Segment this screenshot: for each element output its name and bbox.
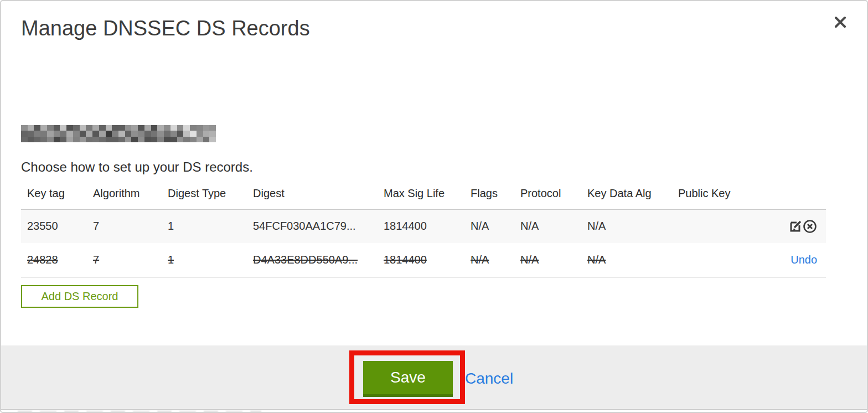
column-header-digest: Digest bbox=[247, 184, 378, 209]
cell-digest-type: 1 bbox=[168, 254, 174, 266]
table-header-row: Key tag Algorithm Digest Type Digest Max… bbox=[21, 184, 826, 209]
cell-digest: D4A33E8DD550A9... bbox=[253, 254, 358, 266]
column-header-key-data-alg: Key Data Alg bbox=[581, 184, 672, 209]
table-row: 23550 7 1 54FCF030AA1C79... 1814400 N/A … bbox=[21, 209, 826, 243]
cell-flags: N/A bbox=[471, 254, 489, 266]
page-title: Manage DNSSEC DS Records bbox=[21, 17, 310, 40]
cell-key-tag: 23550 bbox=[27, 220, 58, 232]
cell-protocol: N/A bbox=[520, 254, 539, 266]
cell-key-tag: 24828 bbox=[27, 254, 58, 266]
undo-link[interactable]: Undo bbox=[790, 254, 817, 266]
ds-records-table: Key tag Algorithm Digest Type Digest Max… bbox=[21, 184, 826, 277]
delete-record-icon bbox=[803, 221, 817, 230]
dnssec-dialog: Manage DNSSEC DS Records Choose how to s… bbox=[0, 0, 868, 413]
cell-digest-type: 1 bbox=[168, 220, 174, 232]
table-row-deleted: 24828 7 1 D4A33E8DD550A9... 1814400 N/A … bbox=[21, 243, 826, 277]
edit-record-button[interactable] bbox=[789, 219, 803, 233]
cancel-link[interactable]: Cancel bbox=[465, 370, 513, 388]
cell-digest: 54FCF030AA1C79... bbox=[253, 220, 356, 232]
column-header-key-tag: Key tag bbox=[21, 184, 87, 209]
cell-protocol: N/A bbox=[520, 220, 539, 232]
background-page-remnant bbox=[18, 411, 261, 413]
cell-flags: N/A bbox=[471, 220, 489, 232]
column-header-digest-type: Digest Type bbox=[162, 184, 247, 209]
cell-algorithm: 7 bbox=[93, 220, 99, 232]
cell-key-data-alg: N/A bbox=[587, 254, 606, 266]
close-icon bbox=[833, 23, 848, 32]
cell-max-sig-life: 1814400 bbox=[384, 220, 427, 232]
add-ds-record-button[interactable]: Add DS Record bbox=[21, 285, 138, 308]
edit-record-icon bbox=[789, 221, 803, 230]
column-header-public-key: Public Key bbox=[672, 184, 738, 209]
cell-algorithm: 7 bbox=[93, 254, 99, 266]
intro-text: Choose how to set up your DS records. bbox=[21, 159, 253, 175]
cell-key-data-alg: N/A bbox=[587, 220, 606, 232]
column-header-flags: Flags bbox=[464, 184, 514, 209]
column-header-max-sig-life: Max Sig Life bbox=[378, 184, 464, 209]
column-header-actions bbox=[738, 184, 826, 209]
column-header-algorithm: Algorithm bbox=[87, 184, 162, 209]
save-button[interactable]: Save bbox=[363, 361, 453, 397]
close-button[interactable] bbox=[833, 14, 848, 30]
delete-record-button[interactable] bbox=[803, 219, 817, 234]
column-header-protocol: Protocol bbox=[514, 184, 581, 209]
cell-max-sig-life: 1814400 bbox=[384, 254, 427, 266]
redacted-domain-name bbox=[21, 125, 216, 142]
